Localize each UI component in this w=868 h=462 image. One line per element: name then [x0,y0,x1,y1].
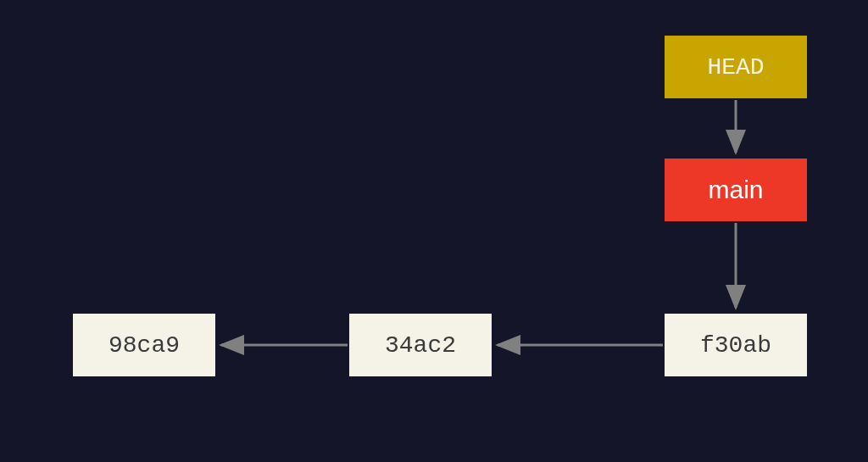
head-label: HEAD [707,54,764,81]
branch-label: main [708,175,763,204]
commit-node: 98ca9 [71,312,217,378]
commit-hash: 98ca9 [108,332,180,359]
commit-hash: f30ab [700,332,771,359]
commit-node: 34ac2 [348,312,493,378]
branch-node: main [663,157,809,223]
commit-node: f30ab [663,312,809,378]
commit-hash: 34ac2 [385,332,456,359]
head-pointer-node: HEAD [663,34,809,100]
